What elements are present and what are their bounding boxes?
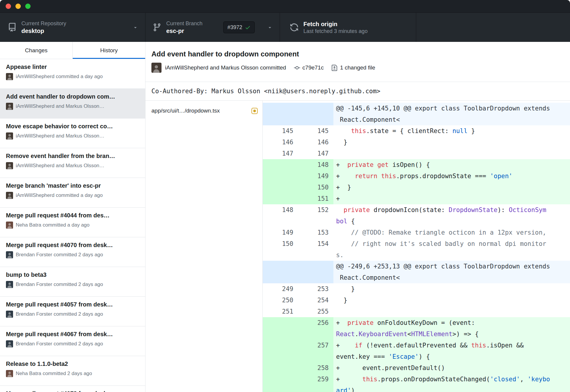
commit-list-item[interactable]: Merge pull request #4070 from desk…Brend… bbox=[0, 237, 145, 267]
tab-changes[interactable]: Changes bbox=[0, 42, 73, 59]
diff-code: + if (!event.defaultPrevented && this.is… bbox=[333, 340, 570, 351]
tab-history[interactable]: History bbox=[73, 42, 145, 59]
new-line-number bbox=[298, 114, 333, 125]
diff-line-row: 146146 } bbox=[263, 137, 570, 148]
repository-text: Current Repository desktop bbox=[21, 20, 66, 35]
old-line-number bbox=[263, 103, 298, 114]
pr-number: #3972 bbox=[227, 24, 242, 31]
diff-code: + this.props.onDropdownStateChanged('clo… bbox=[333, 374, 570, 385]
commit-title: Merge pull request #4070 from desk… bbox=[6, 242, 139, 249]
commit-title: Remove event handler from the bran… bbox=[6, 153, 139, 159]
commit-meta-text: iAmWillShepherd and Markus Olsson… bbox=[16, 133, 104, 139]
diff-line-row: 149+ return this.props.dropdownState ===… bbox=[263, 170, 570, 182]
commit-list-item[interactable]: Move escape behavior to correct co…iAmWi… bbox=[0, 118, 145, 148]
new-line-number: 151 bbox=[298, 193, 333, 204]
commit-list-item[interactable]: Remove event handler from the bran…iAmWi… bbox=[0, 148, 145, 178]
commit-description: Co-Authored-By: Markus Olsson <niik@user… bbox=[145, 82, 570, 101]
commit-meta: iAmWillShepherd committed a day ago bbox=[6, 192, 139, 199]
changed-files-list: app/src/ui/t…/dropdown.tsx bbox=[145, 101, 263, 392]
old-line-number bbox=[263, 159, 298, 170]
diff-line-row: event.key === 'Escape') { bbox=[263, 351, 570, 362]
commit-list-item[interactable]: Appease linteriAmWillShepherd committed … bbox=[0, 59, 145, 89]
commit-list-item[interactable]: Merge branch 'master' into esc-priAmWill… bbox=[0, 178, 145, 208]
commit-title: Merge pull request #4067 from desk… bbox=[6, 331, 139, 338]
old-line-number bbox=[263, 182, 298, 193]
fetch-title: Fetch origin bbox=[303, 20, 368, 28]
new-line-number: 253 bbox=[298, 283, 333, 295]
old-line-number: 147 bbox=[263, 148, 298, 159]
commit-meta: Neha Batra committed 2 days ago bbox=[6, 370, 139, 377]
commit-meta: iAmWillShepherd committed a day ago bbox=[6, 73, 139, 80]
new-line-number: 152 bbox=[298, 204, 333, 216]
old-line-number bbox=[263, 216, 298, 227]
avatar bbox=[6, 162, 13, 169]
avatar bbox=[6, 340, 13, 347]
avatar bbox=[6, 103, 13, 110]
diff-line-row: 149153 // @TODO: Remake triangle octicon… bbox=[263, 227, 570, 238]
commit-list-item[interactable]: bump to beta3Brendan Forster committed 2… bbox=[0, 267, 145, 297]
new-line-number: 148 bbox=[298, 159, 333, 170]
commit-list-item[interactable]: Merge pull request #4057 from desk…Brend… bbox=[0, 297, 145, 326]
new-line-number bbox=[298, 328, 333, 340]
commit-title: Merge pull request #4044 from des… bbox=[6, 212, 139, 219]
file-diff-region: app/src/ui/t…/dropdown.tsx @@ -145,6 +14… bbox=[145, 101, 570, 392]
commit-meta-text: Neha Batra committed 2 days ago bbox=[16, 371, 92, 377]
commit-list-item[interactable]: Release to 1.1.0-beta2Neha Batra committ… bbox=[0, 356, 145, 386]
sidebar: Changes History Appease linteriAmWillShe… bbox=[0, 42, 145, 392]
commit-sha: c79e71c bbox=[303, 64, 324, 71]
commit-list-item[interactable]: Merge pull request #4067 from desk…Brend… bbox=[0, 326, 145, 356]
current-branch-button[interactable]: Current Branch esc-pr #3972 bbox=[145, 13, 280, 42]
diff-code: } bbox=[333, 295, 570, 306]
avatar bbox=[6, 251, 13, 258]
diff-line-row: 151+ bbox=[263, 193, 570, 204]
commit-list-item[interactable]: Merge pull request #4044 from des…Neha B… bbox=[0, 208, 145, 237]
new-line-number bbox=[298, 351, 333, 362]
new-line-number: 258 bbox=[298, 362, 333, 374]
diff-hunk-row: React.Component< bbox=[263, 272, 570, 283]
diff-line-row: 259+ this.props.onDropdownStateChanged('… bbox=[263, 374, 570, 385]
old-line-number: 150 bbox=[263, 238, 298, 249]
diff-line-row: 148+ private get isOpen() { bbox=[263, 159, 570, 170]
diff-code: } bbox=[333, 137, 570, 148]
fetch-origin-button[interactable]: Fetch origin Last fetched 3 minutes ago bbox=[280, 13, 416, 42]
zoom-window-button[interactable] bbox=[25, 4, 31, 9]
diff-code: + private get isOpen() { bbox=[333, 159, 570, 170]
branch-label: Current Branch bbox=[166, 20, 223, 27]
close-window-button[interactable] bbox=[6, 4, 11, 9]
commit-meta-text: Brendan Forster committed 2 days ago bbox=[16, 252, 103, 258]
old-line-number: 250 bbox=[263, 295, 298, 306]
diff-hunk-row: @@ -249,6 +253,13 @@ export class Toolba… bbox=[263, 261, 570, 272]
commit-meta: Brendan Forster committed 2 days ago bbox=[6, 340, 139, 347]
new-line-number bbox=[298, 249, 333, 261]
changed-files-count: 1 changed file bbox=[340, 64, 375, 71]
check-icon bbox=[245, 25, 251, 30]
diff-line-row: s. bbox=[263, 249, 570, 261]
sidebar-tabs: Changes History bbox=[0, 42, 145, 59]
new-line-number: 254 bbox=[298, 295, 333, 306]
commit-meta-text: Brendan Forster committed 2 days ago bbox=[16, 311, 103, 317]
old-line-number bbox=[263, 351, 298, 362]
commit-title: Merge pull request #4072 from desk… bbox=[6, 390, 139, 392]
new-line-number: 147 bbox=[298, 148, 333, 159]
old-line-number: 146 bbox=[263, 137, 298, 148]
diff-line-row: 147147 bbox=[263, 148, 570, 159]
old-line-number: 145 bbox=[263, 125, 298, 137]
new-line-number: 256 bbox=[298, 317, 333, 328]
diff-code: @@ -145,6 +145,10 @@ export class Toolba… bbox=[333, 103, 570, 114]
commit-title: Appease linter bbox=[6, 64, 139, 70]
git-commit-icon bbox=[294, 65, 300, 71]
commit-list-item[interactable]: Add event handler to dropdown com…iAmWil… bbox=[0, 89, 145, 118]
commit-meta: iAmWillShepherd and Markus Olsson commit… bbox=[151, 63, 564, 73]
branch-text: Current Branch esc-pr bbox=[166, 20, 223, 35]
repository-label: Current Repository bbox=[21, 20, 66, 27]
old-line-number bbox=[263, 317, 298, 328]
pr-status-badge[interactable]: #3972 bbox=[223, 21, 255, 33]
avatar bbox=[6, 222, 13, 229]
diff-code: } bbox=[333, 283, 570, 295]
current-repository-button[interactable]: Current Repository desktop bbox=[0, 13, 145, 42]
file-list-item[interactable]: app/src/ui/t…/dropdown.tsx bbox=[145, 103, 262, 119]
minimize-window-button[interactable] bbox=[15, 4, 21, 9]
avatar bbox=[6, 73, 13, 80]
toolbar: Current Repository desktop Current Branc… bbox=[0, 13, 570, 42]
commit-list-item[interactable]: Merge pull request #4072 from desk…Brend… bbox=[0, 386, 145, 392]
